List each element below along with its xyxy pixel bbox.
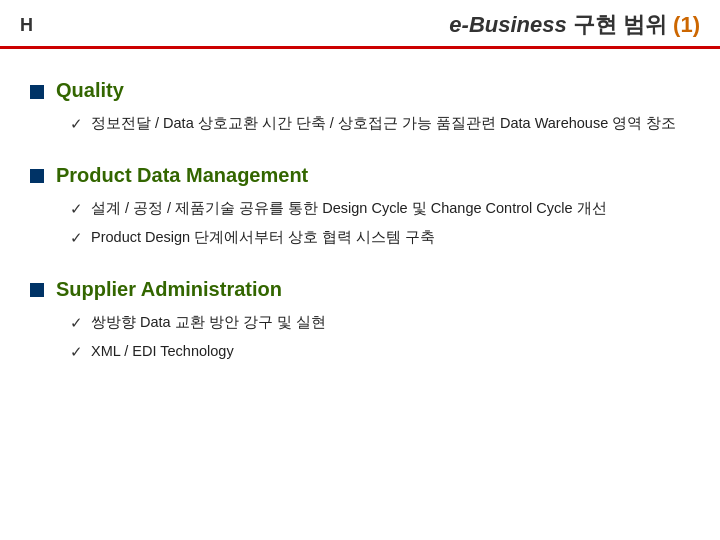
- list-item: ✓ 정보전달 / Data 상호교환 시간 단축 / 상호접근 가능 품질관련 …: [70, 112, 690, 136]
- section-product-header: Product Data Management: [30, 164, 690, 187]
- item-text: Product Design 단계에서부터 상호 협력 시스템 구축: [91, 226, 435, 248]
- title-number: (1): [673, 12, 700, 37]
- header: H e-Business 구현 범위 (1): [0, 0, 720, 46]
- item-text: 설계 / 공정 / 제품기술 공유를 통한 Design Cycle 및 Cha…: [91, 197, 607, 219]
- section-quality: Quality ✓ 정보전달 / Data 상호교환 시간 단축 / 상호접근 …: [30, 79, 690, 136]
- bullet-square-quality: [30, 85, 44, 99]
- section-product-items: ✓ 설계 / 공정 / 제품기술 공유를 통한 Design Cycle 및 C…: [30, 197, 690, 250]
- main-content: Quality ✓ 정보전달 / Data 상호교환 시간 단축 / 상호접근 …: [0, 49, 720, 412]
- section-quality-title: Quality: [56, 79, 124, 102]
- list-item: ✓ Product Design 단계에서부터 상호 협력 시스템 구축: [70, 226, 690, 250]
- item-text: 정보전달 / Data 상호교환 시간 단축 / 상호접근 가능 품질관련 Da…: [91, 112, 676, 134]
- bullet-square-product: [30, 169, 44, 183]
- page-title: e-Business 구현 범위 (1): [449, 10, 700, 40]
- check-icon: ✓: [70, 113, 83, 136]
- check-icon: ✓: [70, 341, 83, 364]
- page: H e-Business 구현 범위 (1) Quality ✓ 정보전달 / …: [0, 0, 720, 540]
- section-supplier: Supplier Administration ✓ 쌍방향 Data 교환 방안…: [30, 278, 690, 364]
- section-quality-items: ✓ 정보전달 / Data 상호교환 시간 단축 / 상호접근 가능 품질관련 …: [30, 112, 690, 136]
- section-supplier-title: Supplier Administration: [56, 278, 282, 301]
- list-item: ✓ 쌍방향 Data 교환 방안 강구 및 실현: [70, 311, 690, 335]
- section-quality-header: Quality: [30, 79, 690, 102]
- check-icon: ✓: [70, 198, 83, 221]
- list-item: ✓ XML / EDI Technology: [70, 340, 690, 364]
- section-product-data: Product Data Management ✓ 설계 / 공정 / 제품기술…: [30, 164, 690, 250]
- bullet-square-supplier: [30, 283, 44, 297]
- check-icon: ✓: [70, 312, 83, 335]
- logo: H: [20, 15, 33, 36]
- check-icon: ✓: [70, 227, 83, 250]
- section-supplier-items: ✓ 쌍방향 Data 교환 방안 강구 및 실현 ✓ XML / EDI Tec…: [30, 311, 690, 364]
- section-supplier-header: Supplier Administration: [30, 278, 690, 301]
- title-latin: e-Business: [449, 12, 566, 37]
- section-product-title: Product Data Management: [56, 164, 308, 187]
- list-item: ✓ 설계 / 공정 / 제품기술 공유를 통한 Design Cycle 및 C…: [70, 197, 690, 221]
- item-text: 쌍방향 Data 교환 방안 강구 및 실현: [91, 311, 326, 333]
- item-text: XML / EDI Technology: [91, 340, 234, 362]
- title-korean: 구현 범위: [573, 12, 667, 37]
